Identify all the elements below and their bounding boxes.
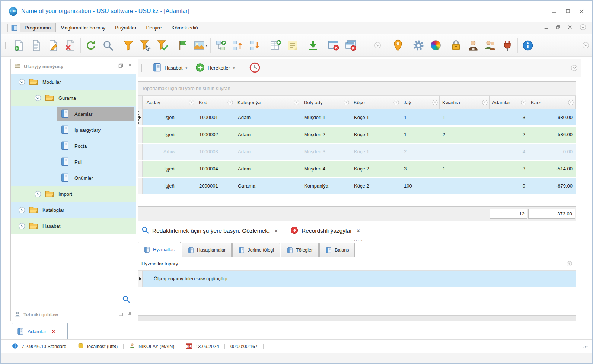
close-all-windows-icon[interactable] — [342, 36, 359, 54]
column-header-adamlar[interactable]: Adamlar — [490, 96, 528, 109]
delete-document-icon[interactable] — [62, 36, 79, 54]
filter-icon[interactable] — [344, 100, 349, 105]
tree-item-n-mler[interactable]: Önümler — [11, 170, 136, 186]
calendar-icon[interactable]: 31 — [186, 343, 192, 350]
filter-icon[interactable] — [568, 100, 574, 105]
toolbar-grip[interactable] — [6, 24, 8, 32]
timer-button[interactable] — [247, 60, 263, 76]
filter-icon[interactable] — [120, 36, 137, 54]
menu-item-maglumatlar-bazasy[interactable]: Maglumatlar bazasy — [56, 23, 111, 32]
column-header-ja[interactable]: Jaý — [401, 96, 440, 109]
tree-item-i-sargytlary[interactable]: Iş sargytlary — [11, 122, 136, 138]
close-tab-icon[interactable] — [52, 329, 56, 333]
column-header-kwartira[interactable]: Kwartira — [440, 96, 490, 109]
subtable-row-0[interactable]: Ölçeg enjamy bilen suw üpjünçiligi — [138, 271, 576, 287]
close-document-button[interactable] — [568, 25, 572, 31]
edit-document-icon[interactable] — [45, 36, 62, 54]
float-panel-icon[interactable] — [118, 63, 123, 69]
report-button[interactable]: Hasabat ▾ — [150, 61, 189, 75]
tab-jerime-t-legi[interactable]: Jerime tölegi — [232, 243, 280, 257]
column-header-doly-ady[interactable]: Doly ady — [301, 96, 351, 109]
tree-expand-icon[interactable] — [246, 36, 264, 54]
column-header-k-e[interactable]: Köçe — [351, 96, 401, 109]
customize-icon[interactable] — [580, 24, 586, 32]
tree-item-import[interactable]: Import — [11, 186, 136, 202]
group-by-panel[interactable]: Toparlamak üçin bu ýere bir sütün süýräň — [138, 82, 576, 96]
filter-icon[interactable] — [227, 100, 233, 105]
tree-item-adamlar[interactable]: Adamlar — [11, 106, 136, 122]
table-row-0[interactable]: Işjeň1000001AdamMüşderi 1Köçe 1113980.00 — [138, 109, 576, 125]
tree-expander-icon[interactable] — [18, 79, 25, 86]
lock-icon[interactable] — [447, 36, 465, 54]
user-icon[interactable] — [465, 36, 482, 54]
tree-item-gurama[interactable]: Gurama — [11, 90, 136, 106]
tree-item-pul[interactable]: Pul — [11, 154, 136, 170]
filter-icon[interactable] — [432, 100, 438, 105]
download-icon[interactable] — [305, 36, 322, 54]
tree-item-po-ta[interactable]: Poçta — [11, 138, 136, 154]
info-icon[interactable] — [519, 36, 536, 54]
tree-item-modullar[interactable]: Modullar — [11, 74, 136, 90]
subtable-header[interactable]: Hyzmatlar topary — [138, 257, 576, 271]
map-pin-icon[interactable] — [389, 36, 407, 54]
filter-select-icon[interactable] — [137, 36, 154, 54]
filter-icon[interactable] — [393, 100, 399, 105]
menu-item-k-mek-edi[interactable]: Kömek ediň — [166, 23, 203, 32]
flag-icon[interactable] — [175, 36, 192, 54]
tree-item-hasabat[interactable]: Hasabat — [11, 218, 136, 234]
column-header-karz[interactable]: Karz — [528, 96, 576, 109]
tab-balans[interactable]: Balans — [319, 243, 355, 257]
splitter-handle[interactable]: ....... — [138, 238, 576, 242]
table-row-3[interactable]: Işjeň1000004AdamMüşderi 4Köçe 2313-514.0… — [138, 161, 576, 177]
plugin-icon[interactable] — [499, 36, 516, 54]
filter-icon[interactable] — [521, 100, 526, 105]
tree-collapse-icon[interactable] — [229, 36, 246, 54]
restore-document-button[interactable] — [556, 25, 560, 31]
toolbar-grip[interactable] — [5, 42, 7, 49]
close-window-button[interactable] — [579, 9, 584, 14]
grid-add-icon[interactable] — [267, 36, 284, 54]
edit-hint-text[interactable]: Redaktirlemek üçin şu ýere basyň. Gözlem… — [152, 227, 270, 234]
table-row-4[interactable]: Işjeň2000001GuramaKompaniýaKöçe 21000-67… — [138, 178, 576, 194]
image-icon[interactable]: ▾ — [192, 36, 209, 54]
support-panel[interactable]: Tehniki goldaw — [11, 308, 136, 321]
customize-icon[interactable] — [582, 42, 589, 49]
filter-icon[interactable] — [567, 261, 572, 266]
tree-add-icon[interactable] — [212, 36, 229, 54]
copy-document-icon[interactable] — [28, 36, 45, 54]
close-window-icon[interactable] — [325, 36, 342, 54]
refresh-icon[interactable] — [82, 36, 99, 54]
column-header-agda[interactable]: .Agdaý — [143, 96, 196, 109]
clear-filter-button[interactable]: × — [355, 227, 361, 234]
edit-filter-bar[interactable]: Redaktirlemek üçin şu ýere basyň. Gözlem… — [138, 224, 576, 237]
tab-t-legler[interactable]: Tölegler — [281, 243, 319, 257]
notes-icon[interactable] — [284, 36, 301, 54]
records-filter-label[interactable]: Recordshli ýazgylar — [302, 227, 352, 234]
menu-item-programma[interactable]: Programma — [20, 23, 56, 32]
filter-apply-icon[interactable] — [154, 36, 171, 54]
minimize-window-button[interactable] — [552, 9, 557, 14]
search-icon[interactable] — [99, 36, 117, 54]
search-icon[interactable] — [122, 295, 130, 304]
filter-icon[interactable] — [294, 100, 299, 105]
actions-button[interactable]: Hereketler ▾ — [193, 61, 237, 75]
info-icon[interactable] — [12, 343, 18, 350]
resize-grip[interactable] — [583, 344, 588, 349]
float-panel-icon[interactable] — [118, 312, 123, 318]
user-group-icon[interactable] — [482, 36, 499, 54]
table-row-1[interactable]: Işjeň1000002AdamMüşderi 2Köçe 1122586.00 — [138, 127, 576, 143]
tree-item-kataloglar[interactable]: Kataloglar — [11, 202, 136, 218]
filter-icon[interactable] — [482, 100, 488, 105]
tab-hasaplamalar[interactable]: Hasaplamalar — [182, 243, 232, 257]
new-document-icon[interactable] — [10, 36, 28, 54]
menu-item-penjire[interactable]: Penjire — [141, 23, 166, 32]
tree-expander-icon[interactable] — [34, 95, 41, 102]
pin-panel-icon[interactable] — [128, 312, 132, 318]
customize-icon[interactable] — [571, 64, 578, 71]
table-row-2[interactable]: Arhiw1000003AdamMüşderi 3Köçe 1240.00 — [138, 144, 576, 160]
clear-search-button[interactable]: × — [273, 227, 279, 234]
filter-icon[interactable] — [189, 100, 194, 105]
tab-hyzmatlar[interactable]: Hyzmatlar. — [138, 242, 181, 257]
gear-icon[interactable] — [410, 36, 427, 54]
color-wheel-icon[interactable] — [427, 36, 444, 54]
